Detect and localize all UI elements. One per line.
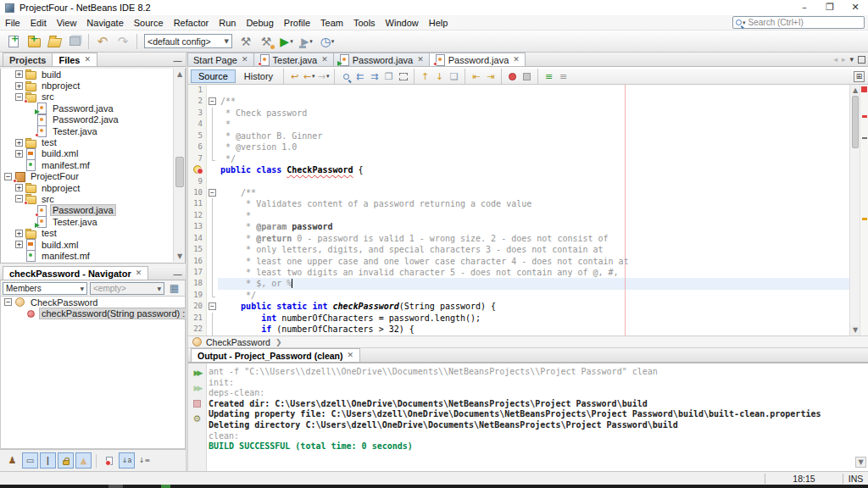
files-tree-item-tester-java[interactable]: Tester.java xyxy=(1,125,185,136)
files-tree-item-projectfour[interactable]: −ProjectFour xyxy=(1,171,185,182)
restore-button[interactable]: ❐ xyxy=(817,1,843,14)
code-line-12[interactable]: 12 * xyxy=(188,210,868,221)
code-line-7[interactable]: 7 */ xyxy=(188,153,868,164)
sort-by-name-button[interactable]: ↓a xyxy=(119,452,135,469)
new-project-button[interactable]: + xyxy=(24,32,44,51)
editor-tab-tester-java[interactable]: Tester.java✕ xyxy=(253,53,334,66)
split-editor-button[interactable]: ⊞ xyxy=(854,71,865,82)
find-next-button[interactable]: ⇉ xyxy=(367,69,381,83)
files-tree[interactable]: ▲ ▼ +build+nbproject−srcPassword.javaPas… xyxy=(0,69,186,263)
editor-tab-password-java[interactable]: Password.java✕ xyxy=(429,53,526,66)
menu-tools[interactable]: Tools xyxy=(348,16,381,30)
undo-button[interactable]: ↶ xyxy=(92,32,113,51)
menu-team[interactable]: Team xyxy=(315,16,348,30)
next-occurrence-button[interactable]: ↓ xyxy=(432,69,447,83)
close-icon[interactable]: ✕ xyxy=(242,56,248,64)
menu-profile[interactable]: Profile xyxy=(279,16,315,30)
output-log[interactable]: ant -f "C:\\Users\\dzell\\OneDrive\\Docu… xyxy=(209,367,854,469)
rerun-build-button[interactable]: ▶▶ xyxy=(191,367,204,379)
navigator-item-checkpassword[interactable]: −CheckPassword xyxy=(1,297,185,308)
code-line-9[interactable]: 9 xyxy=(188,176,868,187)
scroll-up-icon[interactable]: ▲ xyxy=(174,69,186,80)
files-tree-item-src[interactable]: −src xyxy=(1,92,185,103)
menu-file[interactable]: File xyxy=(0,16,25,30)
collapse-fold-icon[interactable]: − xyxy=(209,97,216,105)
files-tree-item-manifest-mf[interactable]: manifest.mf xyxy=(1,159,185,170)
menu-source[interactable]: Source xyxy=(129,16,169,30)
new-file-button[interactable]: + xyxy=(3,32,24,51)
fold-column[interactable]: − xyxy=(207,96,218,107)
code-line-22[interactable]: 22 if (numberOfCharacters > 32) { xyxy=(188,324,868,335)
code-line-2[interactable]: 2−/** xyxy=(188,96,868,107)
scroll-down-icon[interactable]: ▼ xyxy=(855,457,866,468)
code-line-11[interactable]: 11 * Validates content of a password ret… xyxy=(188,198,868,209)
code-line-8[interactable]: public class CheckPassword { xyxy=(188,164,868,175)
menu-refactor[interactable]: Refactor xyxy=(169,16,214,30)
scrollbar-thumb[interactable] xyxy=(175,157,184,187)
code-line-20[interactable]: 20− public static int checkPassword(Stri… xyxy=(188,301,868,312)
previous-occurrence-button[interactable]: ↑ xyxy=(418,69,432,83)
code-line-18[interactable]: 18 * $, or % xyxy=(188,278,868,289)
show-inner-classes-button[interactable]: ▲ xyxy=(75,452,92,469)
maximize-editor-icon[interactable] xyxy=(858,56,865,64)
columns-icon[interactable]: ▦ xyxy=(166,280,182,297)
rectangular-selection-button[interactable] xyxy=(396,69,410,83)
tab-projects[interactable]: Projects xyxy=(3,53,53,66)
expander-icon[interactable]: − xyxy=(15,195,23,202)
scroll-tabs-left-icon[interactable]: ◂ xyxy=(833,55,837,64)
start-macro-button[interactable] xyxy=(505,69,520,83)
error-hint-icon[interactable] xyxy=(193,165,202,174)
clean-build-button[interactable]: ⚒ xyxy=(256,32,276,51)
navigator-view-select[interactable]: Members▼ xyxy=(3,282,87,295)
code-line-6[interactable]: 6 * @version 1.0 xyxy=(188,141,868,152)
files-tree-item-password-java[interactable]: Password.java xyxy=(1,103,185,114)
close-icon[interactable]: ✕ xyxy=(417,56,424,64)
tab-navigator[interactable]: checkPassword - Navigator✕ xyxy=(3,266,148,280)
close-icon[interactable]: ✕ xyxy=(85,56,92,64)
back-button[interactable]: ←▾ xyxy=(302,69,316,83)
close-button[interactable]: ✕ xyxy=(843,1,868,14)
comment-button[interactable]: ≡ xyxy=(542,69,556,83)
files-tree-item-nbproject[interactable]: +nbproject xyxy=(1,182,185,193)
scroll-down-icon[interactable]: ▼ xyxy=(174,251,186,262)
save-all-button[interactable] xyxy=(64,32,85,51)
expander-icon[interactable]: + xyxy=(15,150,23,158)
code-line-19[interactable]: 19 */ xyxy=(188,290,868,301)
close-icon[interactable]: ✕ xyxy=(513,56,520,64)
stop-macro-button[interactable] xyxy=(520,69,534,83)
expander-icon[interactable]: + xyxy=(15,82,23,90)
code-line-14[interactable]: 14 * @return 0 - password is valid 1 - w… xyxy=(188,233,868,244)
expander-icon[interactable]: + xyxy=(15,230,23,237)
caret-mark[interactable] xyxy=(862,137,867,139)
forward-button[interactable]: →▾ xyxy=(316,69,331,83)
scrollbar-thumb[interactable] xyxy=(852,96,859,148)
debug-project-button[interactable]: ▶▾ xyxy=(297,32,317,51)
stop-build-button[interactable] xyxy=(191,397,204,409)
code-line-3[interactable]: 3 * Check password xyxy=(188,108,868,119)
files-tree-item-test[interactable]: +test xyxy=(1,136,185,147)
code-editor[interactable]: 12−/**3 * Check password4 *5 * @author B… xyxy=(188,85,868,336)
source-view-button[interactable]: Source xyxy=(191,69,236,83)
files-tree-item-build[interactable]: +build xyxy=(1,69,185,80)
code-line-17[interactable]: 17 * least two digits an invalid charact… xyxy=(188,267,868,278)
shift-left-button[interactable]: ⇤ xyxy=(469,69,483,83)
quick-search[interactable]: ▾ xyxy=(732,16,865,29)
redo-button[interactable]: ↷ xyxy=(113,32,133,51)
breadcrumb-item[interactable]: CheckPassword xyxy=(206,337,270,347)
fold-column[interactable]: − xyxy=(207,301,218,312)
expander-icon[interactable]: + xyxy=(15,139,23,147)
show-non-public-members-button[interactable] xyxy=(58,452,74,469)
navigator-tree[interactable]: −CheckPasswordcheckPassword(String passw… xyxy=(0,297,186,449)
files-tree-item-src[interactable]: −src xyxy=(1,193,185,204)
uncomment-button[interactable]: ≡ xyxy=(556,69,570,83)
menu-view[interactable]: View xyxy=(52,16,82,30)
open-project-button[interactable] xyxy=(44,32,64,51)
files-tree-item-manifest-mf[interactable]: manifest.mf xyxy=(1,250,185,261)
files-tree-item-nbproject[interactable]: +nbproject xyxy=(1,80,185,91)
menu-window[interactable]: Window xyxy=(381,16,424,30)
expander-icon[interactable]: + xyxy=(15,184,23,191)
collapse-fold-icon[interactable]: − xyxy=(209,302,216,310)
code-line-4[interactable]: 4 * xyxy=(188,119,868,130)
menu-debug[interactable]: Debug xyxy=(241,16,278,30)
toggle-highlight-button[interactable]: ❐ xyxy=(381,69,396,83)
